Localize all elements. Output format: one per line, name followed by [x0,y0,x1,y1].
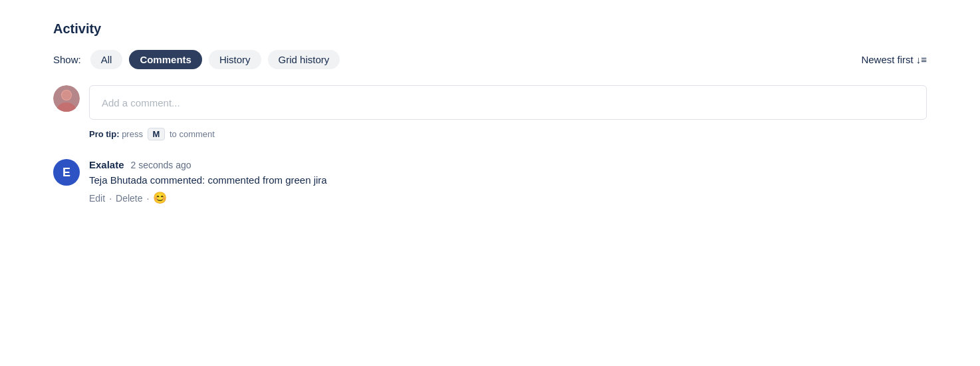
filter-all-button[interactable]: All [90,50,123,69]
pro-tip-middle: press [122,129,145,139]
comment-placeholder: Add a comment... [102,97,180,108]
pro-tip-suffix: to comment [170,129,215,139]
pro-tip-prefix: Pro tip: [89,129,120,139]
entry-author: Exalate [89,159,124,170]
activity-entry: E Exalate 2 seconds ago Teja Bhutada com… [53,159,927,204]
action-separator-2: · [146,193,149,204]
entry-content: Exalate 2 seconds ago Teja Bhutada comme… [89,159,927,204]
pro-tip: Pro tip: press M to comment [89,128,927,140]
show-label: Show: [53,54,81,65]
filter-row: Show: All Comments History Grid history … [53,50,927,69]
comment-input[interactable]: Add a comment... [89,85,927,120]
entry-actions: Edit · Delete · 😊 [89,192,927,204]
sort-button[interactable]: Newest first ↓≡ [861,54,927,65]
entry-text: Teja Bhutada commented: commented from g… [89,174,927,186]
sort-icon: ↓≡ [916,54,927,65]
sort-label: Newest first [861,54,913,65]
filter-left: Show: All Comments History Grid history [53,50,340,69]
filter-grid-history-button[interactable]: Grid history [268,50,340,69]
emoji-reaction-button[interactable]: 😊 [153,192,167,204]
filter-history-button[interactable]: History [209,50,261,69]
entry-time: 2 seconds ago [131,160,191,170]
entry-avatar: E [53,159,80,186]
action-separator-1: · [109,193,112,204]
comment-input-row: Add a comment... [53,85,927,120]
entry-header: Exalate 2 seconds ago [89,159,927,170]
delete-button[interactable]: Delete [116,193,142,204]
filter-comments-button[interactable]: Comments [129,50,202,69]
key-m-badge: M [148,128,166,140]
activity-title: Activity [53,21,927,37]
current-user-avatar [53,85,80,112]
edit-button[interactable]: Edit [89,193,105,204]
avatar-image [53,85,80,112]
svg-point-3 [62,91,71,100]
